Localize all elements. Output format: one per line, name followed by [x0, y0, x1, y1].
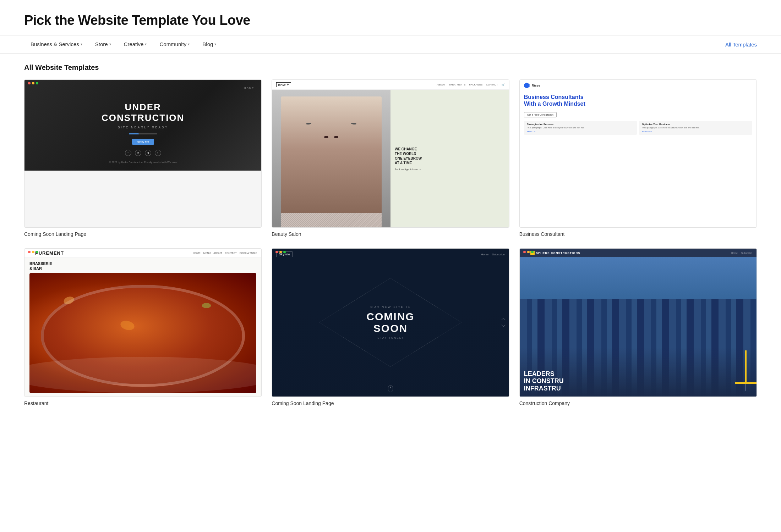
dot-yellow	[32, 82, 34, 84]
nav-item-label: Blog	[202, 41, 213, 47]
template-card-construction-company[interactable]: SPHERE CONSTRUCTIONS Home Subscribe	[519, 248, 757, 406]
template-thumbnail-business-consultant[interactable]: Rises Business ConsultantsWith a Growth …	[519, 79, 757, 228]
template-name-business-consultant: Business Consultant	[519, 231, 757, 237]
beauty-cta: Book an Appointment →	[395, 168, 505, 171]
business-cards: Strategies for Success I'm a paragraph. …	[524, 121, 752, 134]
instagram-icon: ig	[145, 150, 151, 156]
beauty-diagonal-pattern	[281, 213, 382, 227]
uc-progress-bar	[129, 133, 139, 134]
template-name-coming-soon-2: Coming Soon Landing Page	[272, 400, 509, 406]
dot-red	[275, 251, 278, 253]
dot-green	[36, 251, 38, 253]
template-card-restaurant[interactable]: PUREMENT HOME MENU ABOUT CONTACT BOOK A …	[24, 248, 262, 406]
dot-yellow	[527, 251, 530, 253]
uc-progress-bar-wrap	[129, 133, 157, 134]
nav-items: Business & Services ▾ Store ▾ Creative ▾…	[24, 35, 223, 53]
eyebrow-left	[306, 123, 311, 125]
template-name-under-construction: Coming Soon Landing Page	[24, 231, 262, 237]
eye-right	[334, 136, 338, 138]
nav-item-blog[interactable]: Blog ▾	[196, 35, 223, 53]
restaurant-hero: BRASSERIE& BAR	[24, 258, 261, 396]
dot-red	[28, 82, 31, 84]
template-thumbnail-construction-company[interactable]: SPHERE CONSTRUCTIONS Home Subscribe	[519, 248, 757, 397]
eye-left	[324, 136, 328, 138]
business-card-2: Optimize Your Business I'm a paragraph. …	[639, 121, 752, 134]
linkedin-icon: in	[135, 150, 141, 156]
business-card-2-body: I'm a paragraph. Click here to add your …	[642, 126, 749, 129]
uc-home-link: HOME	[244, 87, 254, 89]
beauty-tagline: WE CHANGETHE WORLDONE EYEBROWAT A TIME	[395, 147, 505, 165]
construction-nav: SPHERE CONSTRUCTIONS Home Subscribe	[520, 249, 757, 257]
template-card-beauty-salon[interactable]: BRW ✦ ABOUT TREATMENTS PACKAGES CONTACT …	[272, 79, 509, 237]
chevron-down-icon: ▾	[81, 42, 82, 46]
restaurant-logo: PUREMENT	[35, 250, 64, 256]
template-thumbnail-restaurant[interactable]: PUREMENT HOME MENU ABOUT CONTACT BOOK A …	[24, 248, 262, 397]
page-header: Pick the Website Template You Love	[0, 0, 781, 35]
nav-item-business-services[interactable]: Business & Services ▾	[24, 35, 89, 53]
eyebrow-right	[351, 123, 356, 125]
twitter-icon: t	[155, 150, 161, 156]
template-card-coming-soon-2[interactable]: Skyline Home Subscribe	[272, 248, 509, 406]
nav-item-store[interactable]: Store ▾	[89, 35, 118, 53]
face-graphic	[281, 96, 382, 227]
chevron-down-icon: ▾	[188, 42, 190, 46]
business-body: Business ConsultantsWith a Growth Mindse…	[520, 90, 757, 227]
template-thumbnail-coming-soon-2[interactable]: Skyline Home Subscribe	[272, 248, 509, 397]
eyes	[324, 136, 338, 138]
uc-title: UNDERCONSTRUCTION	[102, 102, 184, 123]
uc-subtitle: SITE NEARLY READY	[118, 126, 168, 129]
uc-footer: © 2022 by Under Construction. Proudly cr…	[109, 161, 176, 164]
template-grid: HOME UNDERCONSTRUCTION SITE NEARLY READY…	[24, 79, 757, 406]
restaurant-dish-image	[29, 273, 256, 393]
restaurant-text: BRASSERIE& BAR	[29, 261, 256, 271]
beauty-right-panel: WE CHANGETHE WORLDONE EYEBROWAT A TIME B…	[390, 90, 509, 227]
business-card-1-body: I'm a paragraph. Click here to add your …	[527, 126, 634, 129]
nav-item-label: Community	[159, 41, 186, 47]
construction-brand: SPHERE CONSTRUCTIONS	[536, 251, 580, 255]
construction-headline: LEADERSIN CONSTRUINFRASTRU	[524, 370, 752, 392]
page-title: Pick the Website Template You Love	[24, 13, 757, 28]
dot-yellow	[279, 251, 282, 253]
restaurant-nav-links: HOME MENU ABOUT CONTACT BOOK A TABLE	[193, 252, 257, 254]
template-thumbnail-beauty-salon[interactable]: BRW ✦ ABOUT TREATMENTS PACKAGES CONTACT …	[272, 79, 509, 228]
template-card-business-consultant[interactable]: Rises Business ConsultantsWith a Growth …	[519, 79, 757, 237]
business-brand: Rises	[532, 84, 540, 87]
nav-item-label: Business & Services	[31, 41, 79, 47]
template-thumbnail-under-construction[interactable]: HOME UNDERCONSTRUCTION SITE NEARLY READY…	[24, 79, 262, 228]
construction-logo: SPHERE CONSTRUCTIONS	[530, 251, 580, 255]
beauty-logo: BRW ✦	[276, 82, 291, 87]
chevron-down-icon: ▾	[145, 42, 147, 46]
dot-green	[283, 251, 286, 253]
business-headline: Business ConsultantsWith a Growth Mindse…	[524, 94, 752, 107]
dot-red	[28, 251, 31, 253]
construction-nav-links: Home Subscribe	[731, 252, 752, 254]
business-card-1-link: About Us	[527, 131, 634, 133]
chevron-down-icon: ▾	[109, 42, 111, 46]
nav-bar: Business & Services ▾ Store ▾ Creative ▾…	[0, 35, 781, 54]
nav-item-label: Creative	[124, 41, 144, 47]
business-card-1-title: Strategies for Success	[527, 123, 634, 126]
beauty-image	[272, 90, 390, 227]
template-name-restaurant: Restaurant	[24, 400, 262, 406]
beauty-nav: BRW ✦ ABOUT TREATMENTS PACKAGES CONTACT …	[272, 80, 509, 90]
template-card-under-construction[interactable]: HOME UNDERCONSTRUCTION SITE NEARLY READY…	[24, 79, 262, 237]
dot-green	[531, 251, 534, 253]
section-title: All Website Templates	[24, 63, 757, 72]
construction-body: LEADERSIN CONSTRUINFRASTRU	[520, 257, 757, 396]
business-header: Rises	[520, 80, 757, 90]
uc-button: Notify Me	[132, 139, 154, 145]
uc-social-icons: f in ig t	[125, 150, 161, 156]
business-card-1: Strategies for Success I'm a paragraph. …	[524, 121, 637, 134]
dot-green	[36, 82, 38, 84]
beauty-nav-links: ABOUT TREATMENTS PACKAGES CONTACT 🛒	[437, 83, 504, 86]
dot-red	[523, 251, 526, 253]
nav-item-community[interactable]: Community ▾	[153, 35, 196, 53]
cs2-overlay	[272, 249, 509, 396]
all-templates-link[interactable]: All Templates	[725, 41, 757, 48]
plate-base	[29, 357, 256, 393]
dot-yellow	[32, 251, 34, 253]
chevron-down-icon: ▾	[214, 42, 216, 46]
business-cta: Get a Free Consultation	[524, 112, 557, 117]
restaurant-nav: PUREMENT HOME MENU ABOUT CONTACT BOOK A …	[24, 249, 261, 258]
nav-item-creative[interactable]: Creative ▾	[118, 35, 153, 53]
